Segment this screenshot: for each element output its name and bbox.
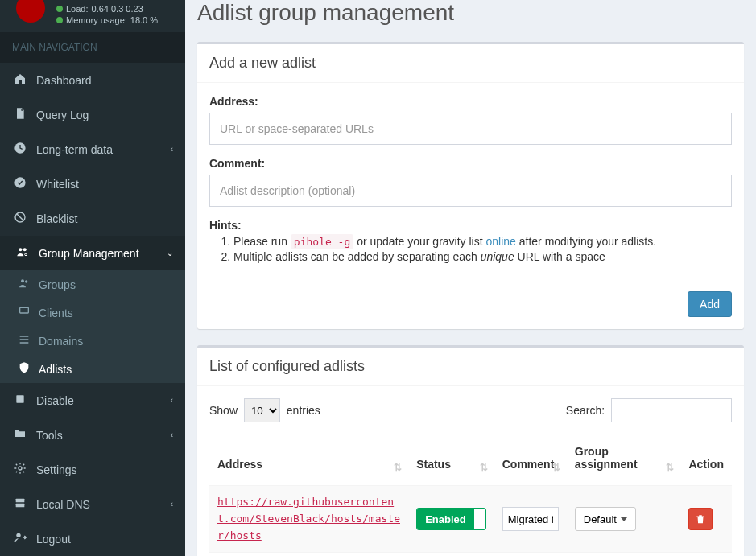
sort-icon: ⇅	[666, 465, 674, 471]
sidebar-item-label: Tools	[36, 429, 63, 442]
svg-rect-13	[16, 504, 25, 508]
table-toolbar: Show 10 entries Search:	[209, 398, 732, 422]
chevron-left-icon: ‹	[171, 396, 173, 405]
main-content: Adlist group management Add a new adlist…	[185, 0, 756, 556]
hint-item: Please run pihole -g or update your grav…	[233, 235, 732, 248]
svg-point-5	[23, 248, 27, 251]
svg-point-14	[16, 533, 20, 537]
delete-button[interactable]	[688, 508, 713, 530]
col-action: Action	[680, 430, 732, 486]
row-comment-input[interactable]	[502, 507, 559, 531]
svg-rect-9	[20, 307, 29, 313]
address-input[interactable]	[209, 113, 732, 145]
load-label: Load:	[66, 3, 89, 14]
sidebar-item-domains[interactable]: Domains	[0, 327, 185, 355]
address-label: Address:	[209, 95, 732, 108]
chevron-left-icon: ‹	[171, 145, 173, 154]
group-assignment-select[interactable]: Default	[575, 507, 636, 531]
status-load: Load: 0.64 0.3 0.23	[56, 3, 177, 14]
sidebar-item-disable[interactable]: Disable ‹	[0, 383, 185, 418]
status-label: Enabled	[417, 509, 474, 529]
add-button[interactable]: Add	[688, 291, 732, 317]
sort-icon: ⇅	[552, 465, 560, 471]
users-icon	[16, 277, 32, 292]
comment-input[interactable]	[209, 175, 732, 207]
status-toggle[interactable]: Enabled	[416, 508, 486, 530]
col-address[interactable]: Address⇅	[209, 430, 408, 486]
adlists-table: Address⇅ Status⇅ Comment⇅ Group assignme…	[209, 430, 732, 556]
svg-point-8	[25, 280, 27, 282]
svg-point-6	[25, 253, 27, 256]
toggle-handle	[474, 509, 485, 529]
sidebar-item-clients[interactable]: Clients	[0, 299, 185, 327]
ban-icon	[12, 211, 28, 226]
sidebar-item-blacklist[interactable]: Blacklist	[0, 201, 185, 236]
sidebar-item-label: Dashboard	[36, 74, 92, 87]
users-cog-icon	[14, 245, 31, 261]
svg-rect-12	[16, 499, 25, 503]
memory-value: 18.0 %	[130, 14, 158, 26]
sidebar: Load: 0.64 0.3 0.23 Memory usage: 18.0 %…	[0, 0, 185, 556]
entries-label: entries	[287, 404, 320, 417]
sidebar-item-label: Settings	[36, 463, 77, 476]
list-icon	[16, 333, 32, 348]
hints-label: Hints:	[209, 219, 732, 232]
status-dot-icon	[56, 17, 63, 23]
sidebar-item-label: Disable	[36, 394, 74, 407]
sidebar-item-localdns[interactable]: Local DNS ‹	[0, 487, 185, 521]
sidebar-item-querylog[interactable]: Query Log	[0, 97, 185, 132]
add-adlist-box: Add a new adlist Address: Comment: Hints…	[197, 42, 744, 329]
sidebar-item-label: Group Management	[39, 247, 139, 260]
online-link[interactable]: online	[485, 235, 515, 248]
sidebar-item-whitelist[interactable]: Whitelist	[0, 167, 185, 201]
box-header: Add a new adlist	[197, 44, 744, 83]
adlist-address-link[interactable]: https://raw.githubusercontent.com/Steven…	[217, 494, 400, 544]
hint-item: Multiple adlists can be added by separat…	[233, 250, 732, 263]
sidebar-item-group-management[interactable]: Group Management ⌄	[0, 236, 185, 270]
logo-icon	[16, 0, 45, 23]
chevron-left-icon: ‹	[171, 430, 173, 439]
svg-point-4	[19, 248, 22, 251]
table-row: https://raw.githubusercontent.com/Steven…	[209, 486, 732, 553]
sidebar-item-label: Logout	[36, 533, 71, 546]
col-comment[interactable]: Comment⇅	[494, 430, 567, 486]
search-input[interactable]	[611, 398, 732, 422]
sidebar-item-label: Local DNS	[36, 498, 90, 511]
check-circle-icon	[12, 176, 28, 192]
sidebar-item-label: Domains	[39, 335, 83, 348]
configured-adlists-box: List of configured adlists Show 10 entri…	[197, 345, 744, 556]
sidebar-item-settings[interactable]: Settings	[0, 452, 185, 487]
code-snippet: pihole -g	[291, 234, 353, 249]
hints-list: Please run pihole -g or update your grav…	[209, 235, 732, 263]
sidebar-item-label: Clients	[39, 307, 73, 319]
stop-icon	[12, 393, 28, 408]
svg-rect-10	[16, 395, 23, 402]
table-length-control: Show 10 entries	[209, 398, 320, 422]
sidebar-item-adlists[interactable]: Adlists	[0, 355, 185, 383]
laptop-icon	[16, 305, 32, 320]
col-status[interactable]: Status⇅	[408, 430, 494, 486]
page-size-select[interactable]: 10	[244, 398, 280, 422]
memory-label: Memory usage:	[66, 14, 127, 26]
sidebar-item-label: Query Log	[36, 109, 89, 121]
group-submenu: Groups Clients Domains Adlists	[0, 270, 185, 383]
box-header: List of configured adlists	[197, 348, 744, 386]
svg-point-7	[21, 279, 24, 282]
sidebar-item-tools[interactable]: Tools ‹	[0, 418, 185, 452]
status-dot-icon	[56, 6, 63, 12]
sort-icon: ⇅	[394, 465, 402, 471]
gear-icon	[12, 462, 28, 477]
table-row: https://mirror1.malwaredomains.com/files…	[209, 553, 732, 556]
folder-icon	[12, 427, 28, 443]
sidebar-item-logout[interactable]: Logout	[0, 521, 185, 556]
sidebar-item-longterm[interactable]: Long-term data ‹	[0, 132, 185, 167]
logout-icon	[12, 531, 28, 546]
caret-down-icon	[621, 517, 627, 521]
clock-icon	[12, 142, 28, 157]
col-group[interactable]: Group assignment⇅	[567, 430, 681, 486]
sidebar-item-label: Adlists	[39, 363, 72, 376]
chevron-left-icon: ‹	[171, 500, 173, 509]
table-search-control: Search:	[566, 398, 732, 422]
sidebar-item-groups[interactable]: Groups	[0, 270, 185, 299]
sidebar-item-dashboard[interactable]: Dashboard	[0, 63, 185, 97]
